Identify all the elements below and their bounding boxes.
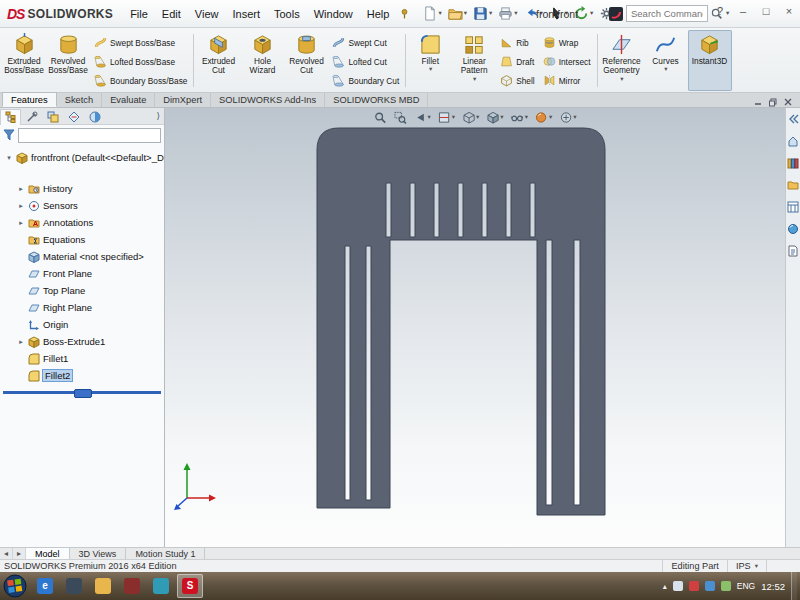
model-canvas[interactable] bbox=[165, 108, 785, 547]
zoom-fit-button[interactable] bbox=[371, 110, 390, 125]
expand-caret-icon[interactable]: ▸ bbox=[17, 219, 25, 227]
edit-appearance-button[interactable]: ▾ bbox=[532, 110, 555, 125]
start-button[interactable] bbox=[3, 574, 27, 598]
rollback-bar[interactable] bbox=[3, 391, 161, 394]
tray-icon-1[interactable] bbox=[673, 581, 683, 591]
doc-tab-motion-study-1[interactable]: Motion Study 1 bbox=[126, 548, 205, 559]
panel-tab-configurationmanager[interactable] bbox=[42, 109, 63, 125]
tab-features[interactable]: Features bbox=[2, 92, 57, 107]
minimize-doc-icon[interactable] bbox=[753, 97, 763, 107]
tree-item[interactable]: Equations bbox=[0, 231, 164, 248]
menu-item-edit[interactable]: Edit bbox=[155, 4, 188, 24]
revolved-boss-base-button[interactable]: Revolved Boss/Base bbox=[46, 30, 90, 91]
taskbar-app-app-maroon[interactable] bbox=[119, 574, 145, 598]
new-file-button[interactable]: ▾ bbox=[419, 4, 444, 23]
taskbar-app-app-dark[interactable] bbox=[61, 574, 87, 598]
print-button[interactable]: ▾ bbox=[495, 4, 520, 23]
tree-item[interactable]: Origin bbox=[0, 316, 164, 333]
tray-icon-3[interactable] bbox=[705, 581, 715, 591]
pin-icon[interactable] bbox=[398, 7, 411, 20]
units-dropdown[interactable]: IPS ▾ bbox=[727, 560, 766, 572]
tab-solidworks-add-ins[interactable]: SOLIDWORKS Add-Ins bbox=[211, 93, 325, 107]
boundary-cut-button[interactable]: Boundary Cut bbox=[328, 71, 403, 90]
menu-item-help[interactable]: Help bbox=[360, 4, 397, 24]
tray-icon-4[interactable] bbox=[721, 581, 731, 591]
search-input[interactable] bbox=[626, 5, 708, 22]
file-explorer-button[interactable] bbox=[787, 179, 799, 193]
fillet-button[interactable]: Fillet▾ bbox=[408, 30, 452, 91]
restore-doc-icon[interactable] bbox=[768, 97, 778, 107]
intersect-button[interactable]: Intersect bbox=[539, 52, 595, 71]
taskbar-app-file-explorer[interactable] bbox=[90, 574, 116, 598]
wrap-button[interactable]: Wrap bbox=[539, 33, 595, 52]
close-doc-icon[interactable] bbox=[783, 97, 793, 107]
tree-root-item[interactable]: ▾ frontfront (Default<<Default>_Display bbox=[0, 149, 164, 166]
rib-button[interactable]: Rib bbox=[496, 33, 538, 52]
expand-caret-icon[interactable]: ▸ bbox=[17, 185, 25, 193]
instant3d-button[interactable]: Instant3D bbox=[688, 30, 732, 91]
tab-sketch[interactable]: Sketch bbox=[57, 93, 102, 107]
panel-tab-featuremanager[interactable] bbox=[0, 109, 21, 125]
language-indicator[interactable]: ENG bbox=[737, 581, 755, 591]
appearances-button[interactable] bbox=[787, 223, 799, 237]
tree-item[interactable]: Right Plane bbox=[0, 299, 164, 316]
lofted-cut-button[interactable]: Lofted Cut bbox=[328, 52, 403, 71]
view-orientation-button[interactable]: ▾ bbox=[459, 110, 482, 125]
display-style-button[interactable]: ▾ bbox=[483, 110, 506, 125]
save-button[interactable]: ▾ bbox=[470, 4, 495, 23]
extruded-boss-base-button[interactable]: Extruded Boss/Base bbox=[2, 30, 46, 91]
tab-solidworks-mbd[interactable]: SOLIDWORKS MBD bbox=[325, 93, 428, 107]
graphics-viewport[interactable]: ▾▾▾▾▾▾▾ bbox=[165, 108, 785, 547]
draft-button[interactable]: Draft bbox=[496, 52, 538, 71]
menu-item-insert[interactable]: Insert bbox=[225, 4, 267, 24]
previous-view-button[interactable]: ▾ bbox=[411, 110, 434, 125]
view-settings-button[interactable]: ▾ bbox=[556, 110, 579, 125]
shell-button[interactable]: Shell bbox=[496, 71, 538, 90]
tray-icon-2[interactable] bbox=[689, 581, 699, 591]
open-folder-button[interactable]: ▾ bbox=[445, 4, 470, 23]
tree-item[interactable]: Material <not specified> bbox=[0, 248, 164, 265]
filter-funnel-icon[interactable] bbox=[3, 129, 15, 141]
doc-tab-model[interactable]: Model bbox=[26, 548, 70, 559]
hide-show-items-button[interactable]: ▾ bbox=[508, 110, 531, 125]
solidworks-resources-button[interactable] bbox=[787, 135, 799, 149]
minimize-button[interactable]: – bbox=[736, 5, 750, 17]
tabs-scroll-right-icon[interactable]: ▸ bbox=[13, 548, 26, 559]
expand-caret-icon[interactable]: ▸ bbox=[17, 202, 25, 210]
menu-item-tools[interactable]: Tools bbox=[267, 4, 307, 24]
linear-pattern-button[interactable]: Linear Pattern▾ bbox=[452, 30, 496, 91]
section-view-button[interactable]: ▾ bbox=[435, 110, 458, 125]
restore-button[interactable]: □ bbox=[759, 5, 773, 17]
expand-caret-icon[interactable]: ▸ bbox=[17, 338, 25, 346]
menu-item-file[interactable]: File bbox=[123, 4, 155, 24]
taskbar-app-solidworks[interactable]: S bbox=[177, 574, 203, 598]
tree-item[interactable]: Front Plane bbox=[0, 265, 164, 282]
show-hidden-icons-button[interactable]: ▴ bbox=[663, 582, 667, 591]
panel-tab-dimxpertmanager[interactable] bbox=[63, 109, 84, 125]
custom-properties-button[interactable] bbox=[787, 245, 799, 259]
design-library-button[interactable] bbox=[787, 157, 799, 171]
tree-item[interactable]: Fillet1 bbox=[0, 350, 164, 367]
panel-tab-displaymanager[interactable] bbox=[84, 109, 105, 125]
tab-dimxpert[interactable]: DimXpert bbox=[155, 93, 211, 107]
tree-item[interactable]: ▸Sensors bbox=[0, 197, 164, 214]
tab-evaluate[interactable]: Evaluate bbox=[102, 93, 155, 107]
taskbar-app-browser[interactable]: e bbox=[32, 574, 58, 598]
extruded-cut-button[interactable]: Extruded Cut bbox=[196, 30, 240, 91]
menu-item-view[interactable]: View bbox=[188, 4, 226, 24]
sw-scope-icon[interactable] bbox=[608, 6, 624, 22]
tree-item[interactable]: Fillet2 bbox=[0, 367, 164, 384]
tabs-scroll-left-icon[interactable]: ◂ bbox=[0, 548, 13, 559]
menu-item-window[interactable]: Window bbox=[307, 4, 360, 24]
collapse-arrow-button[interactable] bbox=[787, 113, 799, 127]
tree-item[interactable]: ▸History bbox=[0, 180, 164, 197]
lofted-boss-base-button[interactable]: Lofted Boss/Base bbox=[90, 52, 191, 71]
tree-item[interactable]: ▸Boss-Extrude1 bbox=[0, 333, 164, 350]
show-desktop-button[interactable] bbox=[791, 572, 797, 600]
tree-item[interactable]: ▸Annotations bbox=[0, 214, 164, 231]
tree-filter-input[interactable] bbox=[18, 128, 161, 143]
model-solid[interactable] bbox=[317, 128, 605, 515]
help-button[interactable]: ? bbox=[713, 5, 727, 17]
expand-caret-icon[interactable]: ▾ bbox=[5, 154, 13, 162]
curves-button[interactable]: Curves▾ bbox=[644, 30, 688, 91]
